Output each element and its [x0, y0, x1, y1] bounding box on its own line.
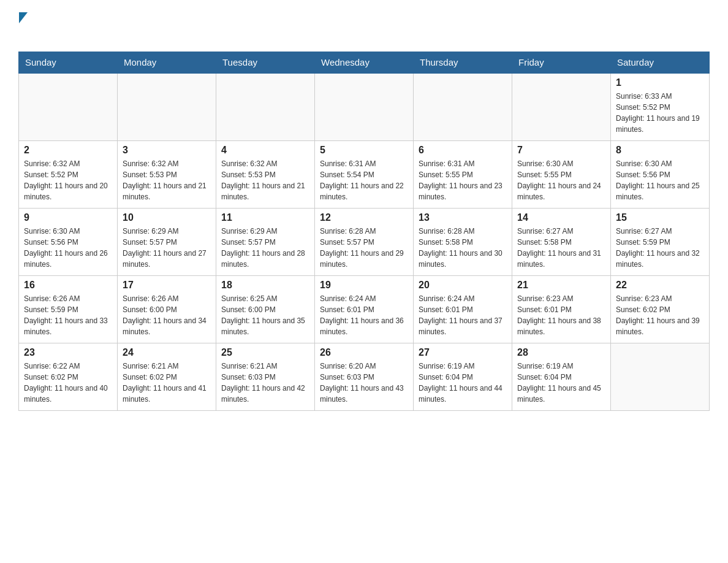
day-cell: [512, 73, 611, 140]
day-number: 28: [517, 347, 605, 358]
day-cell: 8Sunrise: 6:30 AMSunset: 5:56 PMDaylight…: [611, 140, 710, 208]
day-cell: 11Sunrise: 6:29 AMSunset: 5:57 PMDayligh…: [216, 208, 315, 275]
day-number: 5: [320, 145, 408, 156]
weekday-header-row: SundayMondayTuesdayWednesdayThursdayFrid…: [19, 52, 710, 74]
day-number: 3: [123, 145, 211, 156]
week-row-3: 9Sunrise: 6:30 AMSunset: 5:56 PMDaylight…: [19, 208, 710, 275]
day-info: Sunrise: 6:22 AMSunset: 6:02 PMDaylight:…: [24, 361, 112, 405]
day-cell: 19Sunrise: 6:24 AMSunset: 6:01 PMDayligh…: [315, 275, 414, 343]
day-number: 10: [123, 212, 211, 223]
day-cell: 28Sunrise: 6:19 AMSunset: 6:04 PMDayligh…: [512, 343, 611, 410]
day-number: 19: [320, 280, 408, 291]
day-cell: 7Sunrise: 6:30 AMSunset: 5:55 PMDaylight…: [512, 140, 611, 208]
day-number: 25: [221, 347, 309, 358]
day-number: 18: [221, 280, 309, 291]
day-cell: 20Sunrise: 6:24 AMSunset: 6:01 PMDayligh…: [414, 275, 512, 343]
week-row-2: 2Sunrise: 6:32 AMSunset: 5:52 PMDaylight…: [19, 140, 710, 208]
logo: [18, 12, 28, 42]
day-cell: 22Sunrise: 6:23 AMSunset: 6:02 PMDayligh…: [611, 275, 710, 343]
day-info: Sunrise: 6:30 AMSunset: 5:56 PMDaylight:…: [616, 158, 704, 202]
day-info: Sunrise: 6:21 AMSunset: 6:02 PMDaylight:…: [123, 361, 211, 405]
day-info: Sunrise: 6:32 AMSunset: 5:53 PMDaylight:…: [123, 158, 211, 202]
day-info: Sunrise: 6:30 AMSunset: 5:56 PMDaylight:…: [24, 226, 112, 270]
weekday-header-thursday: Thursday: [414, 52, 512, 74]
day-number: 20: [419, 280, 507, 291]
day-info: Sunrise: 6:29 AMSunset: 5:57 PMDaylight:…: [221, 226, 309, 270]
calendar-table: SundayMondayTuesdayWednesdayThursdayFrid…: [18, 52, 710, 411]
day-info: Sunrise: 6:30 AMSunset: 5:55 PMDaylight:…: [517, 158, 605, 202]
day-info: Sunrise: 6:29 AMSunset: 5:57 PMDaylight:…: [123, 226, 211, 270]
day-info: Sunrise: 6:19 AMSunset: 6:04 PMDaylight:…: [517, 361, 605, 405]
day-number: 11: [221, 212, 309, 223]
weekday-header-monday: Monday: [118, 52, 216, 74]
day-info: Sunrise: 6:33 AMSunset: 5:52 PMDaylight:…: [616, 91, 704, 135]
day-number: 9: [24, 212, 112, 223]
day-info: Sunrise: 6:23 AMSunset: 6:01 PMDaylight:…: [517, 293, 605, 337]
day-info: Sunrise: 6:23 AMSunset: 6:02 PMDaylight:…: [616, 293, 704, 337]
day-info: Sunrise: 6:27 AMSunset: 5:58 PMDaylight:…: [517, 226, 605, 270]
weekday-header-tuesday: Tuesday: [216, 52, 315, 74]
day-info: Sunrise: 6:24 AMSunset: 6:01 PMDaylight:…: [320, 293, 408, 337]
day-cell: 27Sunrise: 6:19 AMSunset: 6:04 PMDayligh…: [414, 343, 512, 410]
day-info: Sunrise: 6:26 AMSunset: 6:00 PMDaylight:…: [123, 293, 211, 337]
day-number: 8: [616, 145, 704, 156]
day-cell: 5Sunrise: 6:31 AMSunset: 5:54 PMDaylight…: [315, 140, 414, 208]
calendar-body: 1Sunrise: 6:33 AMSunset: 5:52 PMDaylight…: [19, 73, 710, 410]
day-info: Sunrise: 6:25 AMSunset: 6:00 PMDaylight:…: [221, 293, 309, 337]
day-number: 26: [320, 347, 408, 358]
weekday-header-saturday: Saturday: [611, 52, 710, 74]
day-cell: 25Sunrise: 6:21 AMSunset: 6:03 PMDayligh…: [216, 343, 315, 410]
day-info: Sunrise: 6:32 AMSunset: 5:53 PMDaylight:…: [221, 158, 309, 202]
week-row-4: 16Sunrise: 6:26 AMSunset: 5:59 PMDayligh…: [19, 275, 710, 343]
weekday-header-friday: Friday: [512, 52, 611, 74]
day-number: 13: [419, 212, 507, 223]
day-cell: 1Sunrise: 6:33 AMSunset: 5:52 PMDaylight…: [611, 73, 710, 140]
day-number: 23: [24, 347, 112, 358]
day-cell: 3Sunrise: 6:32 AMSunset: 5:53 PMDaylight…: [118, 140, 216, 208]
weekday-header-sunday: Sunday: [19, 52, 118, 74]
day-number: 1: [616, 77, 704, 88]
day-number: 17: [123, 280, 211, 291]
day-info: Sunrise: 6:27 AMSunset: 5:59 PMDaylight:…: [616, 226, 704, 270]
day-info: Sunrise: 6:28 AMSunset: 5:57 PMDaylight:…: [320, 226, 408, 270]
day-number: 21: [517, 280, 605, 291]
week-row-1: 1Sunrise: 6:33 AMSunset: 5:52 PMDaylight…: [19, 73, 710, 140]
day-info: Sunrise: 6:28 AMSunset: 5:58 PMDaylight:…: [419, 226, 507, 270]
day-info: Sunrise: 6:20 AMSunset: 6:03 PMDaylight:…: [320, 361, 408, 405]
day-info: Sunrise: 6:24 AMSunset: 6:01 PMDaylight:…: [419, 293, 507, 337]
day-number: 24: [123, 347, 211, 358]
day-cell: 21Sunrise: 6:23 AMSunset: 6:01 PMDayligh…: [512, 275, 611, 343]
day-cell: 26Sunrise: 6:20 AMSunset: 6:03 PMDayligh…: [315, 343, 414, 410]
day-cell: [19, 73, 118, 140]
day-info: Sunrise: 6:19 AMSunset: 6:04 PMDaylight:…: [419, 361, 507, 405]
day-info: Sunrise: 6:32 AMSunset: 5:52 PMDaylight:…: [24, 158, 112, 202]
day-cell: 6Sunrise: 6:31 AMSunset: 5:55 PMDaylight…: [414, 140, 512, 208]
day-cell: [414, 73, 512, 140]
day-cell: 10Sunrise: 6:29 AMSunset: 5:57 PMDayligh…: [118, 208, 216, 275]
day-number: 6: [419, 145, 507, 156]
day-number: 16: [24, 280, 112, 291]
day-cell: 17Sunrise: 6:26 AMSunset: 6:00 PMDayligh…: [118, 275, 216, 343]
day-number: 4: [221, 145, 309, 156]
day-info: Sunrise: 6:31 AMSunset: 5:55 PMDaylight:…: [419, 158, 507, 202]
day-cell: 12Sunrise: 6:28 AMSunset: 5:57 PMDayligh…: [315, 208, 414, 275]
day-number: 14: [517, 212, 605, 223]
day-cell: 14Sunrise: 6:27 AMSunset: 5:58 PMDayligh…: [512, 208, 611, 275]
week-row-5: 23Sunrise: 6:22 AMSunset: 6:02 PMDayligh…: [19, 343, 710, 410]
day-cell: 16Sunrise: 6:26 AMSunset: 5:59 PMDayligh…: [19, 275, 118, 343]
day-info: Sunrise: 6:21 AMSunset: 6:03 PMDaylight:…: [221, 361, 309, 405]
day-number: 15: [616, 212, 704, 223]
day-cell: 4Sunrise: 6:32 AMSunset: 5:53 PMDaylight…: [216, 140, 315, 208]
day-number: 22: [616, 280, 704, 291]
day-number: 27: [419, 347, 507, 358]
day-info: Sunrise: 6:31 AMSunset: 5:54 PMDaylight:…: [320, 158, 408, 202]
day-cell: 13Sunrise: 6:28 AMSunset: 5:58 PMDayligh…: [414, 208, 512, 275]
day-cell: 15Sunrise: 6:27 AMSunset: 5:59 PMDayligh…: [611, 208, 710, 275]
weekday-header-wednesday: Wednesday: [315, 52, 414, 74]
day-number: 12: [320, 212, 408, 223]
day-cell: [611, 343, 710, 410]
day-info: Sunrise: 6:26 AMSunset: 5:59 PMDaylight:…: [24, 293, 112, 337]
calendar-header: SundayMondayTuesdayWednesdayThursdayFrid…: [19, 52, 710, 74]
header: [18, 12, 710, 42]
day-number: 2: [24, 145, 112, 156]
